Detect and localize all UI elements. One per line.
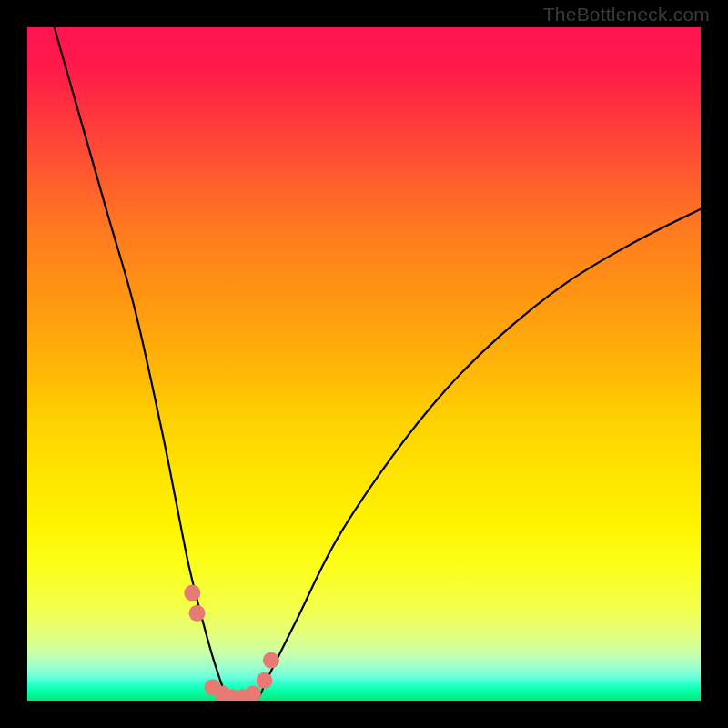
curve-layer [27,27,701,701]
data-point-marker [184,585,200,602]
data-point-marker [256,672,272,689]
data-point-marker [245,686,261,701]
left-bottleneck-curve [55,27,257,701]
plot-area [27,27,701,701]
watermark-text: TheBottleneck.com [543,4,710,25]
right-bottleneck-curve [229,209,701,701]
outer-frame: TheBottleneck.com [0,0,728,728]
data-point-marker [263,652,279,669]
data-point-marker [188,605,205,622]
